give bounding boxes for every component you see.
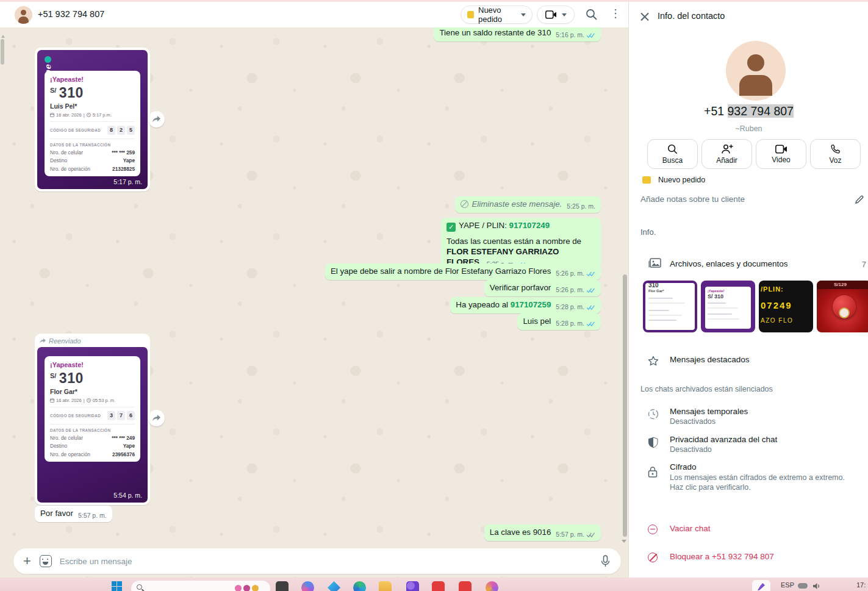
microphone-icon[interactable] bbox=[601, 555, 610, 568]
lock-icon bbox=[648, 466, 658, 478]
files-links-docs-row[interactable]: Archivos, enlaces y documentos 7 bbox=[629, 257, 868, 273]
yape-receipt-card: yape ¡Yapeaste! S/ 310 Luis Pel* 16 abr.… bbox=[37, 50, 148, 189]
taskbar-search-box[interactable] bbox=[131, 581, 270, 591]
starred-label: Mensajes destacados bbox=[670, 355, 750, 364]
message-time: 5:17 p. m. bbox=[113, 178, 142, 185]
forward-message-button[interactable] bbox=[148, 111, 165, 127]
files-label: Archivos, enlaces y documentos bbox=[670, 259, 788, 268]
taskbar-app-icon[interactable] bbox=[328, 581, 340, 591]
contact-avatar-small[interactable] bbox=[15, 6, 32, 24]
video-call-button[interactable]: Video bbox=[756, 139, 806, 169]
phone-number-link[interactable]: 917107259 bbox=[511, 300, 551, 309]
message-text: Por favor bbox=[40, 509, 73, 518]
chat-scrollbar-thumb[interactable] bbox=[623, 274, 627, 537]
yape-receipt-message-2[interactable]: Reenviado ¡Yapeaste! S/ 310 Flor Gar* 16… bbox=[35, 334, 150, 505]
media-thumbnail-plin[interactable]: /PLIN: 07249 AZO FLO bbox=[759, 281, 813, 332]
message-text: Luis pel bbox=[523, 317, 551, 326]
message-time: 5:26 p. m. bbox=[556, 285, 584, 295]
close-icon[interactable] bbox=[639, 12, 650, 22]
chevron-down-icon bbox=[562, 13, 567, 16]
taskbar-folder-icon[interactable] bbox=[379, 581, 392, 591]
search-icon bbox=[667, 144, 678, 154]
chat-contact-phone[interactable]: +51 932 794 807 bbox=[38, 9, 104, 19]
business-label-row[interactable]: Nuevo pedido bbox=[642, 176, 705, 184]
receipt-recipient: Luis Pel* bbox=[50, 102, 135, 110]
clock-icon bbox=[87, 113, 91, 117]
message-bubble[interactable]: Luis pel5:28 p. m. bbox=[517, 313, 601, 330]
edit-pencil-icon[interactable] bbox=[855, 195, 864, 204]
encryption-row[interactable]: Cifrado Los mensajes están cifrados de e… bbox=[629, 462, 868, 494]
block-contact-row[interactable]: Bloquear a +51 932 794 807 bbox=[629, 552, 868, 565]
voice-call-button[interactable]: Voz bbox=[810, 139, 861, 169]
deleted-message-bubble[interactable]: Eliminaste este mensaje.5:25 p. m. bbox=[455, 196, 601, 213]
onedrive-cloud-icon[interactable] bbox=[798, 583, 808, 589]
volume-icon[interactable] bbox=[812, 582, 821, 590]
contact-info-panel: Info. del contacto +51 932 794 807 ~Rube… bbox=[628, 2, 868, 578]
search-chat-button[interactable]: Busca bbox=[647, 139, 698, 169]
taskbar-app-icon[interactable] bbox=[406, 581, 419, 591]
customer-notes-field[interactable]: Añade notas sobre tu cliente bbox=[640, 195, 745, 204]
flower-icon bbox=[252, 585, 259, 591]
emoji-icon[interactable] bbox=[40, 555, 52, 567]
message-bubble[interactable]: ✓YAPE / PLIN: 917107249 Todas las cuenta… bbox=[441, 218, 601, 271]
scrollbar-down-arrow[interactable] bbox=[622, 540, 626, 543]
message-text: YAPE / PLIN: bbox=[459, 221, 509, 230]
attach-plus-icon[interactable]: + bbox=[23, 553, 31, 569]
security-code-label: CÓDIGO DE SEGURIDAD bbox=[50, 414, 101, 418]
brush-icon bbox=[758, 583, 765, 590]
media-thumbnail-receipt[interactable]: 310 Flor Gar* bbox=[643, 281, 697, 332]
media-thumbnail-receipt[interactable]: ¡Yapeaste! S/ 310 bbox=[701, 281, 755, 332]
taskbar-app-icon[interactable] bbox=[486, 581, 498, 591]
add-contact-button[interactable]: Añadir bbox=[701, 139, 752, 169]
message-bubble[interactable]: Ha yapeado al 9171072595:28 p. m. bbox=[450, 297, 601, 313]
message-time: 5:28 p. m. bbox=[556, 318, 584, 329]
yape-receipt-message-1[interactable]: yape ¡Yapeaste! S/ 310 Luis Pel* 16 abr.… bbox=[35, 48, 150, 192]
disappearing-messages-row[interactable]: Mensajes temporales Desactivados bbox=[629, 407, 868, 429]
message-bubble[interactable]: Verificar porfavor5:26 p. m. bbox=[484, 280, 601, 296]
media-thumbnail-promo[interactable]: S/129 bbox=[817, 281, 868, 332]
receipt-currency: S/ bbox=[50, 372, 56, 379]
chat-header: +51 932 794 807 Nuevo pedido ⋮ bbox=[0, 2, 628, 27]
scrollbar-up-arrow[interactable] bbox=[1, 35, 5, 38]
video-call-button[interactable] bbox=[537, 5, 575, 24]
encryption-description: Los mensajes están cifrados de extremo a… bbox=[670, 473, 859, 492]
taskbar-app-icon[interactable] bbox=[459, 581, 472, 591]
taskbar-language[interactable]: ESP bbox=[781, 581, 794, 589]
message-bubble[interactable]: Tiene un saldo restante de 3105:16 p. m. bbox=[434, 27, 601, 41]
message-text: El yape debe salir a nombre de Flor Este… bbox=[331, 267, 551, 276]
taskbar-edge-icon[interactable] bbox=[353, 581, 366, 591]
message-bubble[interactable]: Por favor5:57 p. m. bbox=[35, 506, 112, 522]
forward-arrow-icon bbox=[152, 115, 161, 123]
advanced-privacy-row[interactable]: Privacidad avanzada del chat Desactivado bbox=[629, 435, 868, 457]
taskbar-app-icon[interactable] bbox=[432, 581, 445, 591]
voice-button-label: Voz bbox=[829, 156, 841, 165]
clear-chat-row[interactable]: Vaciar chat bbox=[629, 524, 868, 537]
search-icon[interactable] bbox=[586, 9, 597, 20]
files-count: 7 bbox=[862, 260, 866, 269]
menu-kebab-icon[interactable]: ⋮ bbox=[610, 7, 621, 20]
security-code: 376 bbox=[107, 411, 135, 420]
phone-number-link[interactable]: 917107249 bbox=[509, 221, 550, 230]
person-add-icon bbox=[721, 144, 733, 154]
starred-messages-row[interactable]: Mensajes destacados bbox=[629, 355, 868, 368]
nuevo-pedido-button[interactable]: Nuevo pedido bbox=[461, 5, 533, 24]
disappearing-title: Mensajes temporales bbox=[670, 407, 748, 416]
receipt-title: ¡Yapeaste! bbox=[50, 361, 135, 368]
windows-taskbar: ESP 17: bbox=[0, 578, 868, 591]
message-bubble[interactable]: La clave es 90165:57 p. m. bbox=[484, 525, 601, 541]
windows-start-button[interactable] bbox=[112, 581, 122, 591]
taskbar-copilot-icon[interactable] bbox=[301, 581, 314, 591]
taskbar-pinned-tool[interactable] bbox=[752, 580, 770, 591]
message-time: 5:57 p. m. bbox=[556, 529, 584, 540]
message-input[interactable] bbox=[60, 557, 601, 566]
left-scrollbar-thumb[interactable] bbox=[1, 39, 4, 65]
forward-message-button[interactable] bbox=[148, 410, 165, 426]
chevron-down-icon bbox=[521, 13, 526, 16]
contact-avatar-large[interactable] bbox=[726, 41, 786, 101]
clear-chat-label: Vaciar chat bbox=[670, 524, 711, 533]
message-bubble[interactable]: El yape debe salir a nombre de Flor Este… bbox=[325, 263, 601, 280]
disappearing-status: Desactivados bbox=[670, 417, 716, 426]
taskbar-app-icon[interactable] bbox=[276, 581, 289, 591]
label-tag-icon bbox=[642, 176, 651, 184]
encryption-title: Cifrado bbox=[670, 462, 697, 471]
